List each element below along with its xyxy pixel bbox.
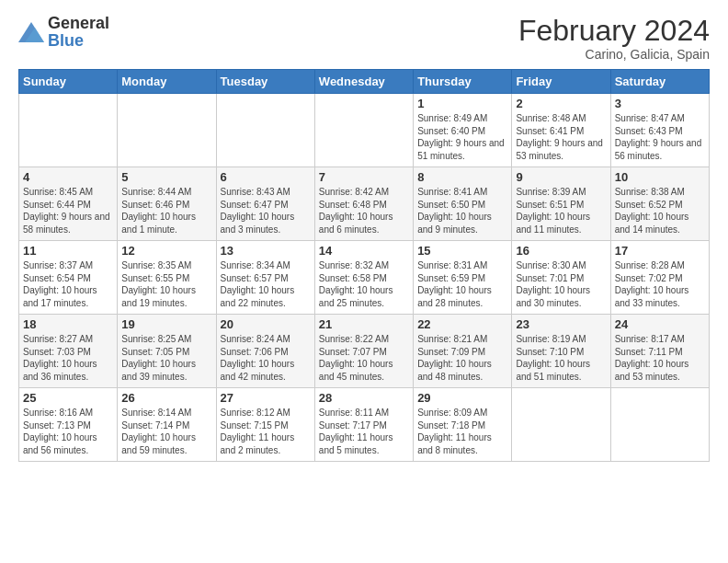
day-number: 8 [417, 170, 507, 184]
col-thursday: Thursday [414, 70, 512, 94]
day-number: 3 [615, 97, 705, 110]
day-info: Sunrise: 8:11 AM Sunset: 7:17 PM Dayligh… [319, 407, 409, 456]
day-number: 18 [23, 317, 113, 331]
calendar-cell: 28Sunrise: 8:11 AM Sunset: 7:17 PM Dayli… [314, 388, 413, 462]
day-number: 7 [319, 170, 409, 184]
page: General Blue February 2024 Carino, Galic… [0, 0, 728, 563]
calendar-header: Sunday Monday Tuesday Wednesday Thursday… [19, 70, 710, 94]
day-number: 28 [319, 391, 409, 405]
calendar-cell: 17Sunrise: 8:28 AM Sunset: 7:02 PM Dayli… [610, 241, 709, 315]
day-info: Sunrise: 8:28 AM Sunset: 7:02 PM Dayligh… [615, 259, 705, 309]
day-info: Sunrise: 8:25 AM Sunset: 7:05 PM Dayligh… [121, 333, 211, 383]
day-info: Sunrise: 8:32 AM Sunset: 6:58 PM Dayligh… [319, 259, 409, 309]
day-info: Sunrise: 8:39 AM Sunset: 6:51 PM Dayligh… [516, 186, 606, 236]
logo: General Blue [18, 15, 109, 50]
day-info: Sunrise: 8:38 AM Sunset: 6:52 PM Dayligh… [615, 186, 705, 236]
day-number: 23 [516, 317, 606, 331]
calendar-cell: 18Sunrise: 8:27 AM Sunset: 7:03 PM Dayli… [19, 315, 118, 388]
calendar-cell [610, 388, 709, 462]
calendar-cell: 5Sunrise: 8:44 AM Sunset: 6:46 PM Daylig… [118, 167, 216, 241]
logo-blue: Blue [48, 31, 84, 50]
calendar-cell: 29Sunrise: 8:09 AM Sunset: 7:18 PM Dayli… [414, 388, 512, 462]
calendar-week-4: 25Sunrise: 8:16 AM Sunset: 7:13 PM Dayli… [19, 388, 710, 462]
calendar-cell: 19Sunrise: 8:25 AM Sunset: 7:05 PM Dayli… [118, 315, 216, 388]
month-title: February 2024 [518, 15, 710, 47]
calendar-week-0: 1Sunrise: 8:49 AM Sunset: 6:40 PM Daylig… [19, 94, 710, 167]
calendar-cell: 24Sunrise: 8:17 AM Sunset: 7:11 PM Dayli… [610, 315, 709, 388]
calendar-cell: 27Sunrise: 8:12 AM Sunset: 7:15 PM Dayli… [216, 388, 314, 462]
col-monday: Monday [118, 70, 216, 94]
day-info: Sunrise: 8:35 AM Sunset: 6:55 PM Dayligh… [121, 259, 211, 309]
day-number: 13 [221, 244, 311, 258]
calendar-cell: 13Sunrise: 8:34 AM Sunset: 6:57 PM Dayli… [216, 241, 314, 315]
day-info: Sunrise: 8:21 AM Sunset: 7:09 PM Dayligh… [417, 333, 507, 383]
day-number: 9 [516, 170, 606, 184]
logo-icon [18, 22, 44, 42]
calendar-cell: 4Sunrise: 8:45 AM Sunset: 6:44 PM Daylig… [19, 167, 118, 241]
calendar-table: Sunday Monday Tuesday Wednesday Thursday… [18, 69, 710, 462]
day-info: Sunrise: 8:24 AM Sunset: 7:06 PM Dayligh… [221, 333, 311, 383]
calendar-cell: 23Sunrise: 8:19 AM Sunset: 7:10 PM Dayli… [512, 315, 610, 388]
calendar-cell: 10Sunrise: 8:38 AM Sunset: 6:52 PM Dayli… [610, 167, 709, 241]
calendar-week-3: 18Sunrise: 8:27 AM Sunset: 7:03 PM Dayli… [19, 315, 710, 388]
calendar-cell: 6Sunrise: 8:43 AM Sunset: 6:47 PM Daylig… [216, 167, 314, 241]
calendar-cell: 2Sunrise: 8:48 AM Sunset: 6:41 PM Daylig… [512, 94, 610, 167]
day-number: 14 [319, 244, 409, 258]
col-sunday: Sunday [19, 70, 118, 94]
day-number: 5 [121, 170, 211, 184]
calendar-cell: 26Sunrise: 8:14 AM Sunset: 7:14 PM Dayli… [118, 388, 216, 462]
calendar-body: 1Sunrise: 8:49 AM Sunset: 6:40 PM Daylig… [19, 94, 710, 462]
calendar-cell: 20Sunrise: 8:24 AM Sunset: 7:06 PM Dayli… [216, 315, 314, 388]
day-number: 12 [121, 244, 211, 258]
day-number: 27 [221, 391, 311, 405]
col-tuesday: Tuesday [216, 70, 314, 94]
calendar-cell: 16Sunrise: 8:30 AM Sunset: 7:01 PM Dayli… [512, 241, 610, 315]
day-info: Sunrise: 8:19 AM Sunset: 7:10 PM Dayligh… [516, 333, 606, 383]
calendar-week-2: 11Sunrise: 8:37 AM Sunset: 6:54 PM Dayli… [19, 241, 710, 315]
calendar-cell: 21Sunrise: 8:22 AM Sunset: 7:07 PM Dayli… [314, 315, 413, 388]
day-number: 1 [417, 97, 507, 110]
calendar-cell: 3Sunrise: 8:47 AM Sunset: 6:43 PM Daylig… [610, 94, 709, 167]
location: Carino, Galicia, Spain [518, 47, 710, 62]
calendar-cell: 8Sunrise: 8:41 AM Sunset: 6:50 PM Daylig… [414, 167, 512, 241]
day-number: 2 [516, 97, 606, 110]
calendar-cell [118, 94, 216, 167]
day-number: 20 [221, 317, 311, 331]
calendar-cell: 11Sunrise: 8:37 AM Sunset: 6:54 PM Dayli… [19, 241, 118, 315]
day-info: Sunrise: 8:12 AM Sunset: 7:15 PM Dayligh… [221, 407, 311, 456]
day-info: Sunrise: 8:49 AM Sunset: 6:40 PM Dayligh… [417, 112, 507, 162]
header-row: Sunday Monday Tuesday Wednesday Thursday… [19, 70, 710, 94]
calendar-cell: 25Sunrise: 8:16 AM Sunset: 7:13 PM Dayli… [19, 388, 118, 462]
day-info: Sunrise: 8:31 AM Sunset: 6:59 PM Dayligh… [417, 259, 507, 309]
calendar-cell [216, 94, 314, 167]
day-info: Sunrise: 8:14 AM Sunset: 7:14 PM Dayligh… [121, 407, 211, 456]
top-area: General Blue February 2024 Carino, Galic… [18, 15, 710, 62]
calendar-week-1: 4Sunrise: 8:45 AM Sunset: 6:44 PM Daylig… [19, 167, 710, 241]
day-info: Sunrise: 8:17 AM Sunset: 7:11 PM Dayligh… [615, 333, 705, 383]
day-number: 10 [615, 170, 705, 184]
calendar-cell: 12Sunrise: 8:35 AM Sunset: 6:55 PM Dayli… [118, 241, 216, 315]
day-number: 11 [23, 244, 113, 258]
col-friday: Friday [512, 70, 610, 94]
calendar-cell [19, 94, 118, 167]
day-number: 29 [417, 391, 507, 405]
calendar-cell: 22Sunrise: 8:21 AM Sunset: 7:09 PM Dayli… [414, 315, 512, 388]
day-number: 15 [417, 244, 507, 258]
day-number: 21 [319, 317, 409, 331]
calendar-cell [512, 388, 610, 462]
day-info: Sunrise: 8:44 AM Sunset: 6:46 PM Dayligh… [121, 186, 211, 236]
calendar-cell: 7Sunrise: 8:42 AM Sunset: 6:48 PM Daylig… [314, 167, 413, 241]
day-number: 17 [615, 244, 705, 258]
calendar-cell: 15Sunrise: 8:31 AM Sunset: 6:59 PM Dayli… [414, 241, 512, 315]
day-number: 4 [23, 170, 113, 184]
day-info: Sunrise: 8:34 AM Sunset: 6:57 PM Dayligh… [221, 259, 311, 309]
day-info: Sunrise: 8:45 AM Sunset: 6:44 PM Dayligh… [23, 186, 113, 236]
day-info: Sunrise: 8:09 AM Sunset: 7:18 PM Dayligh… [417, 407, 507, 456]
day-number: 22 [417, 317, 507, 331]
day-number: 6 [221, 170, 311, 184]
day-info: Sunrise: 8:42 AM Sunset: 6:48 PM Dayligh… [319, 186, 409, 236]
logo-general: General [48, 14, 109, 32]
calendar-cell [314, 94, 413, 167]
day-info: Sunrise: 8:41 AM Sunset: 6:50 PM Dayligh… [417, 186, 507, 236]
day-info: Sunrise: 8:47 AM Sunset: 6:43 PM Dayligh… [615, 112, 705, 162]
